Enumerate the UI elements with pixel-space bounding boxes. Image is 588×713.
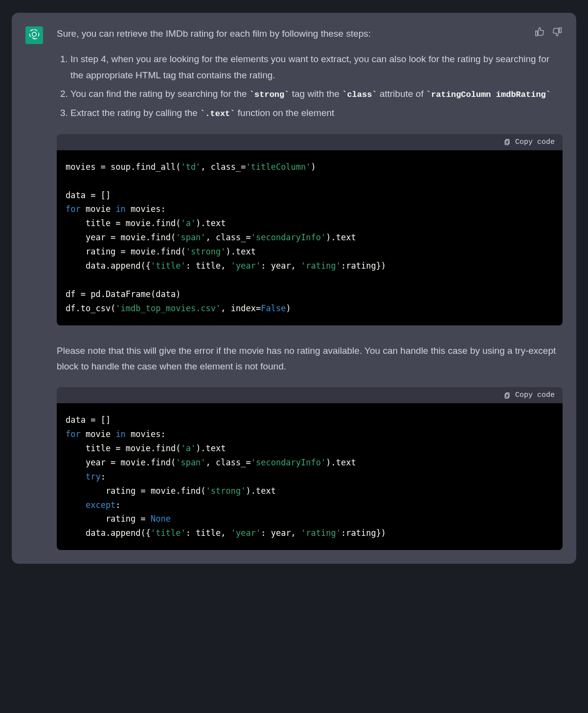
step-2-code-1: `strong` bbox=[249, 90, 290, 99]
clipboard-icon bbox=[503, 391, 511, 399]
step-3-text-b: function on the element bbox=[235, 108, 335, 118]
code-block-1: Copy code movies = soup.find_all('td', c… bbox=[57, 134, 563, 325]
step-3-code-1: `.text` bbox=[200, 109, 235, 118]
code-block-1-content[interactable]: movies = soup.find_all('td', class_='tit… bbox=[57, 150, 563, 325]
copy-code-button-1[interactable]: Copy code bbox=[503, 138, 555, 146]
step-3-text-a: Extract the rating by calling the bbox=[70, 108, 200, 118]
assistant-message: Sure, you can retrieve the IMDb rating f… bbox=[12, 13, 576, 564]
step-2-text-a: You can find the rating by searching for… bbox=[70, 89, 249, 99]
svg-point-0 bbox=[32, 32, 37, 37]
code-block-2-content[interactable]: data = [] for movie in movies: title = m… bbox=[57, 403, 563, 550]
step-1-text: In step 4, when you are looking for the … bbox=[70, 54, 549, 80]
copy-code-button-2[interactable]: Copy code bbox=[503, 391, 555, 399]
assistant-avatar bbox=[25, 26, 43, 44]
message-intro: Sure, you can retrieve the IMDb rating f… bbox=[57, 26, 525, 41]
note-paragraph: Please note that this will give the erro… bbox=[57, 343, 563, 375]
copy-code-label: Copy code bbox=[515, 391, 555, 399]
step-2: You can find the rating by searching for… bbox=[70, 86, 563, 102]
svg-rect-1 bbox=[506, 139, 509, 144]
copy-code-label: Copy code bbox=[515, 138, 555, 146]
step-2-code-3: `ratingColumn imdbRating` bbox=[426, 90, 551, 99]
code-block-2: Copy code data = [] for movie in movies:… bbox=[57, 387, 563, 550]
svg-rect-2 bbox=[505, 140, 508, 145]
step-2-text-c: attribute of bbox=[377, 89, 426, 99]
thumbs-up-button[interactable] bbox=[534, 26, 545, 37]
thumbs-down-button[interactable] bbox=[552, 26, 563, 37]
openai-icon bbox=[28, 28, 41, 43]
step-2-text-b: tag with the bbox=[289, 89, 342, 99]
steps-list: In step 4, when you are looking for the … bbox=[57, 51, 563, 121]
step-2-code-2: `class` bbox=[342, 90, 377, 99]
clipboard-icon bbox=[503, 138, 511, 146]
step-3: Extract the rating by calling the `.text… bbox=[70, 105, 563, 121]
step-1: In step 4, when you are looking for the … bbox=[70, 51, 563, 83]
